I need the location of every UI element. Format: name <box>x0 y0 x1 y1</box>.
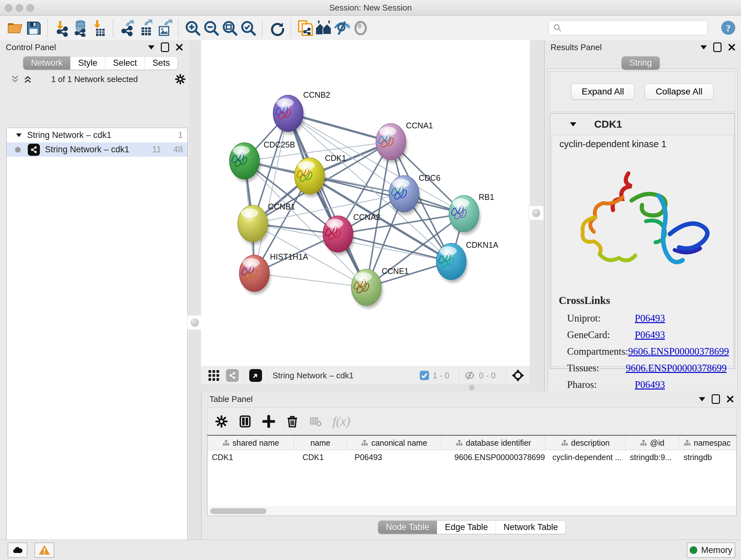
panel-menu-icon[interactable] <box>699 397 705 401</box>
collection-expand-icon[interactable] <box>16 133 22 137</box>
tab-sets[interactable]: Sets <box>145 57 178 70</box>
refresh-view-button[interactable] <box>267 19 286 37</box>
zoom-out-button[interactable] <box>202 19 220 37</box>
crosslink-value-link[interactable]: P06493 <box>635 327 665 343</box>
show-columns-icon[interactable] <box>239 415 252 428</box>
tab-string[interactable]: String <box>622 57 660 70</box>
close-panel-icon[interactable] <box>726 395 734 403</box>
float-panel-icon[interactable] <box>161 43 169 52</box>
table-panel-title: Table Panel <box>209 394 253 404</box>
network-view-title: String Network – cdk1 <box>273 371 354 381</box>
crosslink-value-link[interactable]: 9606.ENSP00000378699 <box>626 360 727 376</box>
right-splitter[interactable] <box>530 40 544 391</box>
tab-network-table[interactable]: Network Table <box>495 521 566 534</box>
network-graph[interactable]: CCNB2CCNA1CDC25BCDK1CDC6RB1CCNB1CCNA2CDK… <box>201 40 530 367</box>
panel-menu-icon[interactable] <box>700 45 707 50</box>
tab-style[interactable]: Style <box>70 57 105 70</box>
import-network-icon <box>53 19 71 37</box>
network-node-CCNA1: CCNA1 <box>376 121 433 163</box>
cell-database-identifier[interactable]: 9606.ENSP00000378699 <box>442 450 545 464</box>
hide-selected-button[interactable] <box>333 19 351 37</box>
cell-shared-name[interactable]: CDK1 <box>207 450 294 464</box>
column-header[interactable]: canonical name <box>347 436 442 450</box>
tab-network[interactable]: Network <box>23 57 70 70</box>
memory-button[interactable]: Memory <box>687 543 735 558</box>
gene-header-row[interactable]: CDK1 <box>550 114 735 135</box>
pan-crosshair-icon[interactable] <box>511 369 525 382</box>
close-panel-icon[interactable] <box>176 44 183 51</box>
table-row[interactable]: CDK1 CDK1 P06493 9606.ENSP00000378699 cy… <box>207 450 736 464</box>
table-panel-header: Table Panel <box>209 392 734 406</box>
save-session-button[interactable] <box>24 19 43 37</box>
crosslink-value-link[interactable]: P06493 <box>635 310 665 327</box>
horizontal-splitter-handle[interactable] <box>469 385 474 390</box>
float-panel-icon[interactable] <box>712 394 720 404</box>
network-node-CCNE1: CCNE1 <box>351 266 409 308</box>
column-header[interactable]: name <box>294 436 347 450</box>
tab-select[interactable]: Select <box>105 57 145 70</box>
crosslinks-list: Uniprot:P06493 GeneCard:P06493 Compartme… <box>567 310 727 393</box>
crosslink-value-link[interactable]: P06493 <box>635 376 665 393</box>
crosslink-value-link[interactable]: 9606.ENSP00000378699 <box>628 343 729 360</box>
zoom-selected-button[interactable] <box>239 19 258 37</box>
tab-node-table[interactable]: Node Table <box>378 521 437 534</box>
cell-canonical-name[interactable]: P06493 <box>347 450 442 464</box>
help-button[interactable]: ? <box>721 20 736 36</box>
column-header[interactable]: @id <box>625 436 679 450</box>
grid-view-icon[interactable] <box>207 369 220 382</box>
network-row-selected[interactable]: String Network – cdk1 11 48 <box>7 142 187 157</box>
first-neighbors-button[interactable] <box>314 19 333 37</box>
network-options-gear-icon[interactable] <box>175 74 186 84</box>
houses-icon <box>315 19 333 37</box>
import-table-file-button[interactable] <box>90 19 108 37</box>
table-horizontal-scrollbar[interactable] <box>208 507 736 515</box>
open-in-window-icon[interactable] <box>249 369 262 382</box>
cloud-status-button[interactable] <box>8 543 27 558</box>
warnings-button[interactable] <box>35 543 54 558</box>
collapse-all-button[interactable]: Collapse All <box>645 84 714 100</box>
left-splitter-handle[interactable] <box>187 315 202 330</box>
cell-name[interactable]: CDK1 <box>294 450 347 464</box>
delete-column-trash-icon[interactable] <box>286 415 299 428</box>
float-panel-icon[interactable] <box>713 43 722 52</box>
svg-text:CDC25B: CDC25B <box>264 140 295 149</box>
create-column-plus-icon[interactable] <box>262 415 275 428</box>
close-panel-icon[interactable] <box>728 44 736 51</box>
network-snapshot-button[interactable] <box>296 19 314 37</box>
network-canvas[interactable]: CCNB2CCNA1CDC25BCDK1CDC6RB1CCNB1CCNA2CDK… <box>201 40 530 367</box>
cell-namespace[interactable]: stringdb <box>679 450 735 464</box>
column-header[interactable]: shared name <box>207 436 294 450</box>
gene-collapse-icon[interactable] <box>570 122 576 126</box>
panel-menu-icon[interactable] <box>148 45 154 50</box>
column-header[interactable]: database identifier <box>442 436 545 450</box>
open-file-button[interactable] <box>6 19 24 37</box>
network-edge <box>254 273 366 287</box>
cell-description[interactable]: cyclin-dependent ... <box>545 450 625 464</box>
left-splitter[interactable] <box>189 40 201 540</box>
zoom-fit-button[interactable] <box>220 19 239 37</box>
table-options-gear-icon[interactable] <box>215 415 228 428</box>
scrollbar-thumb[interactable] <box>210 508 266 514</box>
selected-nodes-checkbox-icon[interactable] <box>419 370 429 381</box>
search-input[interactable] <box>565 22 704 33</box>
string-view-icon[interactable] <box>226 369 239 382</box>
column-header[interactable]: description <box>545 436 625 450</box>
export-image-button[interactable] <box>155 19 174 37</box>
network-collection-row[interactable]: String Network – cdk1 1 <box>7 128 187 142</box>
network-node-CCNB1: CCNB1 <box>238 202 295 245</box>
import-network-file-button[interactable] <box>53 19 71 37</box>
zoom-in-button[interactable] <box>184 19 202 37</box>
export-table-button[interactable] <box>137 19 155 37</box>
right-splitter-handle[interactable] <box>529 206 544 220</box>
tab-edge-table[interactable]: Edge Table <box>437 521 495 534</box>
cloud-icon <box>12 544 23 556</box>
import-network-database-button[interactable] <box>71 19 90 37</box>
column-header[interactable]: namespac <box>679 436 735 450</box>
show-all-button[interactable] <box>351 19 370 37</box>
results-buttons-box: Expand All Collapse All <box>550 71 735 112</box>
horizontal-splitter[interactable] <box>201 384 530 391</box>
table-header-row: shared name name canonical name database… <box>207 436 736 450</box>
export-network-button[interactable] <box>118 19 137 37</box>
cell-id[interactable]: stringdb:9... <box>625 450 679 464</box>
expand-all-button[interactable]: Expand All <box>571 84 634 100</box>
